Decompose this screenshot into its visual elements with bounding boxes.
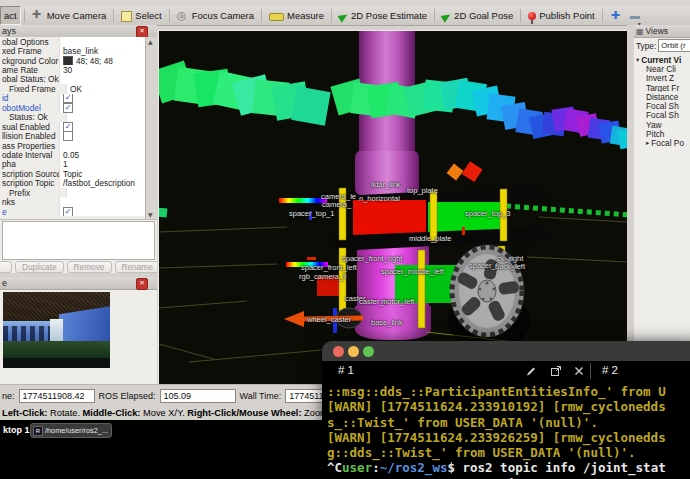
display-property-row[interactable]: Status: Ok [0, 113, 157, 122]
views-tree-row[interactable]: Near Cli [634, 64, 690, 73]
display-property-row[interactable]: scription SourceTopic [0, 169, 157, 178]
toolbar-button-remove-tool[interactable] [626, 7, 644, 24]
close-tab-icon[interactable] [574, 366, 584, 376]
display-property-row[interactable]: ame Rate30 [0, 65, 157, 74]
display-property-row[interactable]: xed Framebase_link [0, 46, 157, 55]
status-segment: Right-Click/Mouse Wheel: [187, 408, 301, 418]
scroll-down-icon[interactable]: ▼ [148, 211, 153, 218]
views-row-label: Current Vi [641, 55, 681, 64]
display-property-row[interactable]: obotModel✓ [0, 103, 157, 112]
display-property-row[interactable]: Fixed FrameOK [0, 84, 157, 93]
camera-image-trees [3, 341, 110, 358]
maximize-window-icon[interactable] [363, 346, 374, 357]
terminal-text: g::dds_::Twist_' from USER_DATA '(null)'… [327, 445, 636, 460]
pencil-icon[interactable] [525, 365, 537, 377]
toolbar-button-focus-camera[interactable]: Focus Camera [173, 7, 258, 24]
render-viewport[interactable]: lidar_linktop_platecamera_len_horizontal… [158, 30, 629, 385]
display-property-row[interactable]: ckground Color48; 48; 48 [0, 56, 157, 65]
toolbar-button-select[interactable]: Select [117, 7, 165, 24]
display-property-row[interactable]: odate Interval0.05 [0, 150, 157, 159]
toolbar-button-interact[interactable]: act [0, 6, 21, 25]
terminal-text: ::msg::dds_::ParticipantEntitiesInfo_' f… [327, 384, 666, 399]
checkbox[interactable] [63, 131, 73, 140]
terminal-tab-1[interactable]: # 1 [338, 364, 354, 376]
views-tree-row[interactable]: Pitch [634, 129, 690, 138]
tf-frame-label: middle_plate [409, 234, 452, 243]
toolbar-button-label: Focus Camera [192, 10, 254, 21]
toolbar-button-add-tool[interactable] [606, 7, 626, 24]
views-type-select[interactable]: Orbit (r [658, 39, 690, 52]
terminal-text: : [372, 460, 380, 475]
display-property-row[interactable]: e✓ [0, 207, 157, 216]
arrow-icon [441, 11, 453, 23]
views-tree-row[interactable]: ▾Current Vi [634, 55, 690, 64]
minimize-window-icon[interactable] [348, 346, 359, 357]
toolbar-button-move-camera[interactable]: Move Camera [28, 7, 111, 24]
toolbar-button-label: act [4, 10, 17, 21]
close-window-icon[interactable] [333, 346, 344, 357]
terminal-text: ~/ros2_ws [380, 460, 448, 475]
panel-button[interactable]: Remove [67, 261, 112, 273]
toolbar-button-pose-estimate[interactable]: 2D Pose Estimate [335, 7, 431, 24]
panel-button[interactable]: Duplicate [15, 261, 64, 273]
toolbar-button-goal-pose[interactable]: 2D Goal Pose [438, 7, 517, 24]
views-grid-icon: ▦ [636, 27, 644, 36]
views-tree-row[interactable]: Focal Sh [634, 111, 690, 120]
status-segment: Middle-Click: [83, 408, 141, 418]
rviz-app-icon: R [33, 426, 43, 436]
terminal-line: [WARN] [1774511624.233910192] [rmw_cyclo… [327, 399, 690, 414]
display-property-row[interactable]: scription Topic/fastbot_description [0, 179, 157, 188]
views-tree-row[interactable]: ▸Focal Po [634, 139, 690, 148]
open-in-new-icon[interactable] [550, 365, 562, 377]
time-field-value[interactable]: 105.09 [160, 389, 236, 403]
terminal-content[interactable]: ::msg::dds_::ParticipantEntitiesInfo_' f… [322, 381, 690, 479]
property-value: ✓ [59, 94, 146, 103]
color-swatch [63, 56, 73, 65]
property-value: ✓ [59, 103, 146, 112]
display-property-row[interactable]: obal Status: Ok [0, 75, 157, 84]
display-property-row[interactable]: ass Properties [0, 141, 157, 150]
views-row-label: Focal Sh [646, 111, 679, 120]
views-tree: ▾Current ViNear CliInvert ZTarget FrDist… [634, 55, 690, 148]
time-field-value[interactable]: 1774511908.42 [19, 389, 95, 403]
checkbox[interactable]: ✓ [63, 94, 73, 103]
toolbar-button-publish-point[interactable]: Publish Point [524, 7, 598, 24]
views-tree-row[interactable]: Invert Z [634, 74, 690, 83]
views-tree-row[interactable]: Focal Sh [634, 101, 690, 110]
property-value-text: base_link [63, 46, 98, 55]
views-panel-header[interactable]: ▦ Views [634, 25, 690, 38]
property-value: /fastbot_description [59, 179, 146, 188]
image-panel: e ✕ [0, 277, 157, 384]
panel-button[interactable]: Rename [115, 261, 158, 273]
terminal-tab-2[interactable]: # 2 [602, 364, 618, 376]
views-tree-row[interactable]: Distance [634, 92, 690, 101]
tf-frame-label: spacer_front_right [342, 254, 402, 263]
tab-separator [590, 363, 591, 379]
display-property-row[interactable]: sual Enabled✓ [0, 122, 157, 131]
terminal-titlebar[interactable] [322, 341, 690, 361]
display-property-row[interactable]: llision Enabled [0, 131, 157, 140]
display-property-row[interactable]: id✓ [0, 94, 157, 103]
property-value [59, 131, 146, 140]
taskbar-window-button[interactable]: R /home/user/ros2_... [30, 423, 112, 438]
display-property-row[interactable]: obal Options [0, 37, 157, 46]
views-tree-row[interactable]: Target Fr [634, 83, 690, 92]
image-panel-header[interactable]: e ✕ [0, 277, 157, 290]
display-property-row[interactable]: Prefix [0, 188, 157, 197]
scroll-up-icon[interactable]: ▲ [148, 38, 153, 45]
terminal-line: [WARN] [1774511624.233926259] [rmw_cyclo… [327, 430, 690, 445]
checkbox[interactable]: ✓ [63, 103, 73, 112]
terminal-text: ^C [327, 460, 342, 475]
property-value [66, 188, 146, 197]
toolbar-button-measure[interactable]: Measure [265, 7, 328, 24]
checkbox[interactable]: ✓ [63, 122, 73, 131]
display-property-row[interactable]: pha1 [0, 160, 157, 169]
panel-button[interactable] [0, 261, 12, 273]
views-tree-row[interactable]: Yaw [634, 120, 690, 129]
close-icon[interactable]: ✕ [136, 278, 148, 290]
displays-scrollbar[interactable]: ▲ ▼ [145, 37, 157, 219]
display-property-row[interactable]: nks [0, 197, 157, 206]
checkbox[interactable]: ✓ [63, 207, 73, 216]
time-field-label: ROS Elapsed: [99, 391, 156, 401]
panel-splitter[interactable] [627, 25, 634, 384]
